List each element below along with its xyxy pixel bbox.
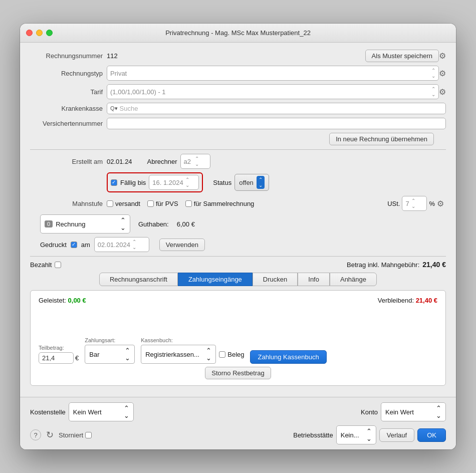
konto-arrow-icon: ⌃⌄ xyxy=(436,404,441,419)
rechnungstyp-select[interactable]: Privat ⌃⌄ xyxy=(107,66,439,81)
tab-anhange[interactable]: Anhänge xyxy=(330,273,377,286)
zahlungsart-select[interactable]: Bar ⌃⌄ xyxy=(85,345,135,364)
beleg-checkbox[interactable] xyxy=(219,351,225,358)
erstellt-row: Erstellt am 02.01.24 Abrechner a2 ⌃⌄ xyxy=(30,154,446,169)
konto-select[interactable]: Kein Wert ⌃⌄ xyxy=(381,402,446,421)
gedruckt-checkbox[interactable] xyxy=(71,242,77,248)
krankenkasse-input[interactable]: Q▾ Suche xyxy=(107,103,446,114)
payment-area: Geleistet: 0,00 € Verbleibend: 21,40 € T… xyxy=(30,290,446,386)
mahnstufe-row: Mahnstufe versandt für PVS für Sammelrec… xyxy=(30,196,446,211)
betriebsstatte-value: Kein... xyxy=(341,431,359,439)
gedruckt-date-select[interactable]: 02.01.2024 ⌃⌄ xyxy=(94,237,149,252)
bezahlt-label: Bezahlt xyxy=(30,261,52,269)
tarif-row: Tarif (1,00/1,00/1,00) - 1 ⌃⌄ ⚙ xyxy=(30,84,446,99)
rechnungsnummer-field: 112 xyxy=(107,52,365,60)
status-arrow-icon: ⌃⌄ xyxy=(257,176,265,189)
erstellt-label: Erstellt am xyxy=(30,158,103,165)
status-label: Status xyxy=(213,179,231,186)
kostenstelle-label: Kostenstelle xyxy=(30,408,66,416)
storniert-checkbox[interactable] xyxy=(85,432,92,438)
rechnung-value: Rechnung xyxy=(56,220,85,228)
help-button[interactable]: ? xyxy=(30,429,41,440)
fallig-date-select[interactable]: 16. 1.2024 ⌃⌄ xyxy=(149,175,199,190)
in-neue-row: In neue Rechnung übernehmen xyxy=(30,133,446,145)
rechnung-select[interactable]: 0 Rechnung ⌃⌄ xyxy=(40,214,130,233)
status-value: offen xyxy=(239,179,254,186)
tab-zahlungseingange[interactable]: Zahlungseingänge xyxy=(178,273,253,286)
teilbetrag-input[interactable] xyxy=(39,352,74,364)
rechnungstyp-label: Rechnungstyp xyxy=(30,70,103,77)
kostenstelle-select[interactable]: Kein Wert ⌃⌄ xyxy=(69,402,134,421)
rechnungstyp-field: Privat ⌃⌄ xyxy=(107,66,439,81)
tarif-select[interactable]: (1,00/1,00/1,00) - 1 ⌃⌄ xyxy=(107,84,439,99)
kassenbuch-controls: Registrierkassen... ⌃⌄ Beleg xyxy=(141,345,244,364)
versandt-checkbox[interactable] xyxy=(107,200,113,207)
bezahlt-checkbox[interactable] xyxy=(55,262,61,268)
gear-icon-tarif[interactable]: ⚙ xyxy=(439,87,446,97)
rechnungsnummer-label: Rechnungsnummer xyxy=(30,52,103,60)
abrechner-label: Abrechner xyxy=(147,158,177,165)
rechnung-row: 0 Rechnung ⌃⌄ Guthaben: 6,00 € xyxy=(30,214,446,233)
verlauf-button[interactable]: Verlauf xyxy=(379,428,414,442)
storno-row: Storno Restbetrag xyxy=(39,367,437,379)
versandt-label: versandt xyxy=(107,200,140,207)
close-button[interactable] xyxy=(26,30,33,36)
status-select[interactable]: offen ⌃⌄ xyxy=(234,174,269,191)
traffic-lights xyxy=(26,30,53,36)
zahlung-kassenbuch-button[interactable]: Zahlung Kassenbuch xyxy=(250,350,326,364)
in-neue-button[interactable]: In neue Rechnung übernehmen xyxy=(329,133,434,145)
betriebsstatte-select[interactable]: Kein... ⌃⌄ xyxy=(336,425,376,444)
fallig-label: Fällig bis xyxy=(120,179,146,186)
betriebsstatte-group: Betriebsstätte Kein... ⌃⌄ Verlauf OK xyxy=(293,425,446,444)
erstellt-value: 02.01.24 xyxy=(107,158,132,165)
verwenden-button[interactable]: Verwenden xyxy=(159,239,205,251)
betriebsstatte-arrow-icon: ⌃⌄ xyxy=(366,427,372,442)
refresh-button[interactable]: ↻ xyxy=(46,429,54,440)
fuer-pvs-checkbox[interactable] xyxy=(147,200,154,207)
als-muster-button[interactable]: Als Muster speichern xyxy=(365,50,439,62)
window-title: Privatrechnung - Mag. MSc Max Musterpati… xyxy=(165,29,311,37)
fuer-sammelrechnung-checkbox[interactable] xyxy=(185,200,192,207)
euro-symbol: € xyxy=(75,354,79,362)
storno-button[interactable]: Storno Restbetrag xyxy=(205,367,271,379)
versichertennummer-input[interactable] xyxy=(107,118,446,129)
zahlungsart-arrow-icon: ⌃⌄ xyxy=(125,347,130,362)
ok-button[interactable]: OK xyxy=(417,428,446,442)
minimize-button[interactable] xyxy=(36,30,43,36)
gear-icon-rechnungsnummer[interactable]: ⚙ xyxy=(439,51,446,61)
kassenbuch-select[interactable]: Registrierkassen... ⌃⌄ xyxy=(141,345,216,364)
bottom-section: Kostenstelle Kein Wert ⌃⌄ Konto Kein Wer… xyxy=(20,397,456,449)
payment-inputs-container: Teilbetrag: € Zahlungsart: Bar ⌃⌄ xyxy=(39,308,437,379)
am-label: am xyxy=(81,241,90,249)
rechnungsnummer-row: Rechnungsnummer 112 Als Muster speichern… xyxy=(30,50,446,62)
verbleibend-label: Verbleibend: xyxy=(378,297,414,304)
kostenstelle-value: Kein Wert xyxy=(73,408,102,416)
ust-value: 7 xyxy=(405,200,409,207)
gear-icon-ust[interactable]: ⚙ xyxy=(437,199,444,208)
gear-icon-rechnungstyp[interactable]: ⚙ xyxy=(439,69,446,78)
tarif-value: (1,00/1,00/1,00) - 1 xyxy=(110,88,166,96)
verbleibend-value: 21,40 € xyxy=(416,297,437,304)
payment-inputs-row: Teilbetrag: € Zahlungsart: Bar ⌃⌄ xyxy=(39,337,437,364)
mahnstufe-label: Mahnstufe xyxy=(30,200,103,207)
kassenbuch-arrow-icon: ⌃⌄ xyxy=(206,347,211,362)
zahlungsart-group: Zahlungsart: Bar ⌃⌄ xyxy=(85,337,135,364)
versichertennummer-row: Versichertennummer xyxy=(30,118,446,129)
fallig-checkbox[interactable] xyxy=(111,179,117,186)
konto-value: Kein Wert xyxy=(385,408,414,416)
ust-select[interactable]: 7 ⌃⌄ xyxy=(402,196,427,211)
maximize-button[interactable] xyxy=(46,30,53,36)
tarif-label: Tarif xyxy=(30,88,103,96)
konto-label: Konto xyxy=(361,408,378,416)
tab-info[interactable]: Info xyxy=(298,273,330,286)
kassenbuch-group: Kassenbuch: Registrierkassen... ⌃⌄ Beleg xyxy=(141,337,244,364)
gedruckt-label: Gedruckt xyxy=(40,241,67,249)
divider-1 xyxy=(30,149,446,150)
krankenkasse-row: Krankenkasse Q▾ Suche xyxy=(30,103,446,114)
tab-drucken[interactable]: Drucken xyxy=(253,273,298,286)
abrechner-select[interactable]: a2 ⌃⌄ xyxy=(180,154,210,169)
kassenbuch-label: Kassenbuch: xyxy=(141,337,244,343)
abrechner-value: a2 xyxy=(184,158,191,165)
tab-rechnungsanschrift[interactable]: Rechnungsanschrift xyxy=(99,273,178,286)
kostenstelle-arrow-icon: ⌃⌄ xyxy=(124,404,129,419)
